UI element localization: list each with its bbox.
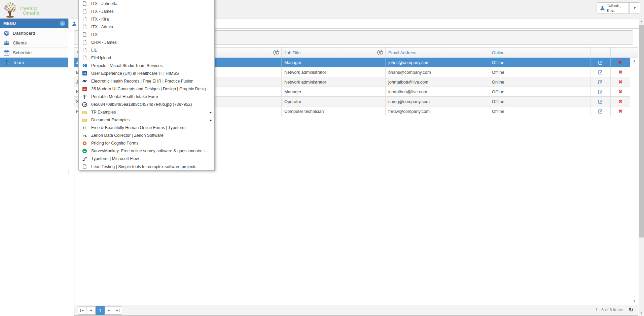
bookmark-item[interactable]: ITX - Johnetta — [79, 0, 214, 7]
cell-email: brians@company.com — [386, 67, 489, 77]
bookmark-label: FileUpload — [91, 56, 111, 60]
pager-buttons: ◄ ◄ 1 ► ► — [78, 306, 122, 315]
team-icon — [4, 60, 9, 65]
edit-button[interactable] — [591, 106, 611, 116]
cell-online-status: Online — [489, 77, 591, 87]
sidebar-item-team[interactable]: Team — [0, 58, 68, 67]
column-header-label: Email Address — [388, 50, 416, 55]
page-scrollbar[interactable]: ▲ ▼ — [639, 19, 644, 316]
bookmark-label: SurveyMonkey: Free online survey softwar… — [91, 149, 208, 153]
bookmark-label: Electronic Health Records | Free EHR | P… — [91, 79, 193, 84]
sidebar-item-label: Schedule — [13, 50, 32, 55]
bookmark-label: CRM - James — [91, 40, 117, 45]
scroll-up-icon[interactable]: ▲ — [640, 20, 643, 23]
bookmark-item[interactable]: GDI 35 Modern UI Concepts and Designs | … — [79, 85, 214, 93]
delete-button[interactable]: ✖ — [611, 77, 630, 87]
bookmark-item[interactable]: Zerion Data Collector | Zerion Software — [79, 132, 214, 139]
edit-button[interactable] — [591, 77, 611, 87]
first-page-button[interactable]: ◄ — [78, 307, 87, 314]
bookmark-item[interactable]: SurveyMonkey: Free online survey softwar… — [79, 147, 214, 155]
team-member-icon — [72, 21, 77, 27]
bookmark-item[interactable]: FileUpload — [79, 54, 214, 62]
bookmark-item[interactable]: CRM - James — [79, 38, 214, 46]
bookmark-item[interactable]: H User Experience (UX) in Healthcare IT … — [79, 69, 214, 77]
edit-button[interactable] — [591, 58, 611, 67]
bookmark-item[interactable]: P 0e5034708b8485ea18b8cc4574d7e40b.jpg (… — [79, 101, 214, 108]
cell-online-status: Offline — [489, 67, 591, 77]
bookmark-item[interactable]: Printable Mental Health Intake Form — [79, 93, 214, 101]
bookmark-item[interactable]: ITX - Kira — [79, 15, 214, 23]
column-header-email[interactable]: Email Address — [386, 48, 489, 58]
last-page-button[interactable]: ► — [113, 307, 122, 314]
bookmark-item[interactable]: LIL — [79, 46, 214, 54]
bookmark-item[interactable]: Document Examples ▸ — [79, 116, 214, 124]
bookmark-label: Zerion Data Collector | Zerion Software — [91, 133, 164, 138]
previous-page-icon: ◄ — [90, 309, 93, 312]
user-menu-button[interactable]: Talbott, Kira — [597, 2, 629, 13]
cell-email: johns@company.com — [386, 58, 489, 67]
scroll-down-icon[interactable]: ▼ — [640, 312, 643, 315]
bookmark-icon — [82, 9, 87, 14]
column-header-job-title[interactable]: Job Title — [282, 48, 386, 58]
delete-icon: ✖ — [618, 89, 622, 94]
user-dropdown-button[interactable]: ▼ — [629, 2, 640, 13]
sidebar-collapse-button[interactable]: ‹ — [60, 21, 65, 26]
bookmark-item[interactable]: ITX — [79, 31, 214, 38]
schedule-icon — [4, 50, 9, 56]
edit-button[interactable] — [591, 67, 611, 77]
bookmark-label: Lean Testing | Simple tools for complex … — [91, 164, 196, 169]
bookmark-item[interactable]: Electronic Health Records | Free EHR | P… — [79, 77, 214, 85]
previous-page-button[interactable]: ◄ — [87, 307, 96, 314]
grid-scroll-up-icon[interactable]: ▲ — [633, 59, 636, 62]
sidebar-menu-header: MENU ‹ — [0, 19, 68, 28]
bookmark-item[interactable]: TP Examples ▸ — [79, 108, 214, 116]
grid-scroll-down-icon[interactable]: ▼ — [633, 299, 636, 303]
bookmark-item[interactable]: ITX - Admin — [79, 23, 214, 31]
text-cursor — [69, 169, 69, 174]
pager-summary: 1 - 6 of 6 items — [595, 308, 623, 312]
bookmark-label: User Experience (UX) in Healthcare IT | … — [91, 71, 179, 76]
delete-button[interactable]: ✖ — [611, 58, 630, 67]
cell-job-title: Network administrator — [282, 67, 386, 77]
sidebar-item-label: Team — [13, 60, 24, 65]
bookmark-icon — [82, 17, 87, 22]
next-page-button[interactable]: ► — [105, 307, 113, 314]
delete-button[interactable]: ✖ — [611, 97, 630, 106]
bookmark-item[interactable]: Lean Testing | Simple tools for complex … — [79, 163, 214, 170]
bookmark-label: 35 Modern UI Concepts and Designs | Desi… — [91, 87, 209, 91]
bookmark-icon — [82, 63, 87, 68]
bookmark-item[interactable]: t Free & Beautifully Human Online Forms … — [79, 124, 214, 132]
bookmark-item[interactable]: ITX - James — [79, 7, 214, 15]
bookmark-label: ITX - James — [91, 9, 114, 14]
bookmark-label: ITX - Kira — [91, 17, 109, 22]
edit-icon — [598, 89, 603, 94]
sidebar-item-clients[interactable]: Clients — [0, 38, 68, 48]
refresh-icon[interactable]: ↻ — [629, 307, 633, 313]
edit-icon — [598, 70, 603, 75]
column-header-online[interactable]: Online — [489, 48, 591, 58]
submenu-arrow-icon: ▸ — [210, 110, 212, 115]
delete-button[interactable]: ✖ — [611, 87, 630, 96]
delete-icon: ✖ — [618, 80, 622, 84]
bookmark-item[interactable]: Typeform | Microsoft Flow — [79, 155, 214, 163]
cell-email: kiratalbott@live.com — [386, 87, 489, 96]
delete-button[interactable]: ✖ — [611, 106, 630, 116]
sidebar-item-dashboard[interactable]: Dashboard — [0, 28, 68, 38]
current-page-button[interactable]: 1 — [96, 306, 105, 315]
submenu-arrow-icon: ▸ — [210, 118, 212, 122]
bookmark-label: Pricing for Cognito Forms — [91, 141, 138, 146]
bookmark-item[interactable]: Projects - Visual Studio Team Services — [79, 62, 214, 69]
bookmark-item[interactable]: Pricing for Cognito Forms — [79, 139, 214, 147]
bookmark-icon — [82, 48, 87, 53]
delete-icon: ✖ — [618, 99, 622, 104]
edit-button[interactable] — [591, 87, 611, 96]
bookmarks-dropdown-menu: ITX - Johnetta ITX - James ITX - Kira IT… — [78, 0, 215, 170]
sidebar-item-schedule[interactable]: Schedule — [0, 48, 68, 58]
bookmark-icon — [82, 141, 87, 146]
delete-button[interactable]: ✖ — [611, 67, 630, 77]
edit-button[interactable] — [591, 97, 611, 106]
filter-icon[interactable] — [273, 50, 279, 56]
filter-icon[interactable] — [377, 50, 383, 56]
edit-icon — [598, 109, 603, 114]
scrollbar-thumb[interactable] — [639, 25, 644, 238]
